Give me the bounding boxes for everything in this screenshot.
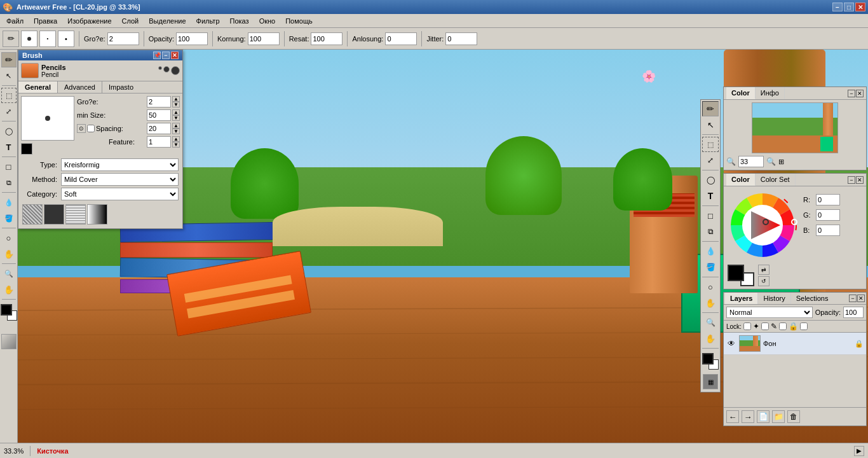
layer-opacity-input[interactable] [843,307,864,318]
rt-crop-btn[interactable]: ⧉ [702,224,719,239]
resat-input[interactable] [311,32,342,45]
grosse-setting-input[interactable] [147,96,171,108]
feature-up-btn[interactable]: ▲ [172,136,180,142]
lock-move-check[interactable] [761,323,769,330]
lock-draw-check[interactable] [779,323,787,330]
layers-close-btn[interactable]: ✕ [857,295,865,302]
brush-swatch-black[interactable] [21,143,32,155]
spacing-input[interactable] [147,123,171,134]
smudge-tool[interactable]: ✋ [1,246,17,261]
general-tab[interactable]: General [18,81,58,93]
layers-tab[interactable]: Layers [725,293,758,304]
category-select[interactable]: Soft Hard Medium [61,188,179,200]
transform-tool[interactable]: ⤢ [1,104,17,119]
rt-select-btn[interactable]: ↖ [702,117,719,132]
rect-select-tool[interactable]: □ [1,159,17,174]
spacing-clock-btn[interactable]: ⊙ [77,124,86,133]
menu-file[interactable]: Файл [1,16,29,26]
rt-text-btn[interactable]: T [702,188,719,204]
spacing-check[interactable] [87,125,95,132]
texture-swatch-1[interactable] [22,204,43,225]
dot-s[interactable] [158,66,162,70]
color-minimize-btn[interactable]: − [848,176,855,184]
history-tab[interactable]: History [758,293,790,304]
method-select[interactable]: Mild Cover Hard Cover Soft [61,173,179,186]
menu-help[interactable]: Помощь [280,16,318,26]
minsize-up-btn[interactable]: ▲ [172,109,180,115]
zoom-out-icon[interactable]: 🔍 [766,157,776,166]
brush-minimize-btn[interactable]: − [162,52,170,59]
rt-transform-btn[interactable]: ⤢ [702,153,719,168]
delete-layer-btn[interactable]: 🗑 [787,410,800,423]
preview-minimize-btn[interactable]: − [848,90,855,97]
hand-tool[interactable]: ✋ [1,282,17,297]
marquee-tool[interactable]: ⬚ [1,88,17,103]
rt-lasso-btn[interactable]: ◯ [702,172,719,188]
colorset-tab[interactable]: Color Set [756,174,796,186]
dot-m[interactable] [163,66,170,73]
color-close-btn[interactable]: ✕ [856,176,864,184]
minsize-down-btn[interactable]: ▼ [172,115,180,121]
spacing-down-btn[interactable]: ▼ [172,128,180,134]
color-selector[interactable] [1,304,17,321]
r-input[interactable] [816,194,840,205]
grosse-up-btn[interactable]: ▲ [172,96,180,102]
rt-zoom-btn[interactable]: 🔍 [702,315,719,330]
add-layer-btn[interactable]: ← [726,410,739,423]
brush-tool[interactable]: ✏ [1,52,17,67]
texture-swatch-3[interactable] [65,204,86,225]
kornung-input[interactable] [248,32,280,45]
swap-colors-btn[interactable]: ⇄ [758,265,770,275]
brush-dot-medium[interactable]: • [58,31,74,47]
lock-transparency-check[interactable] [743,323,751,330]
blend-mode-select[interactable]: Normal Multiply Screen [726,307,813,318]
lock-all-check[interactable] [800,323,808,330]
texture-swatch-4[interactable] [87,204,107,225]
type-select[interactable]: Kreisformig Oval Square [61,158,179,171]
menu-filter[interactable]: Фильтр [191,16,225,26]
feature-down-btn[interactable]: ▼ [172,142,180,148]
brush-tool-icon[interactable]: ✏ [3,31,19,47]
layer-row[interactable]: 👁 Фон 🔒 [724,333,866,355]
menu-window[interactable]: Окно [254,16,281,26]
preview-tab[interactable]: Color [726,87,756,99]
dot-l[interactable] [171,66,180,75]
grosse-down-btn[interactable]: ▼ [172,102,180,108]
info-tab[interactable]: Инфо [756,87,785,99]
brush-pin-btn[interactable]: 📌 [153,52,161,59]
new-layer-btn[interactable]: 📄 [757,410,770,423]
zoom-fit-icon[interactable]: ⊞ [778,158,784,166]
text-tool[interactable]: T [1,139,17,155]
color-tab[interactable]: Color [726,174,756,186]
rt-color-selector[interactable] [702,353,719,370]
maximize-button[interactable]: □ [844,3,854,11]
preview-close-btn[interactable]: ✕ [856,90,864,97]
crop-tool[interactable]: ⧉ [1,175,17,190]
menu-edit[interactable]: Правка [29,16,62,26]
rt-rect-btn[interactable]: □ [702,208,719,223]
minsize-input[interactable] [147,109,171,121]
lasso-tool[interactable]: ◯ [1,123,17,139]
b-input[interactable] [816,225,840,236]
select-tool[interactable]: ↖ [1,68,17,83]
zoom-input[interactable] [738,156,764,167]
rt-marquee-btn[interactable]: ⬚ [702,137,719,152]
texture-swatch-2[interactable] [44,204,64,225]
g-input[interactable] [816,209,840,221]
rt-smudge-btn[interactable]: ✋ [702,295,719,310]
rt-texture-btn[interactable]: ▦ [703,374,718,389]
impasto-tab[interactable]: Impasto [102,81,140,93]
bucket-tool[interactable]: 🪣 [1,211,17,226]
menu-layer[interactable]: Слой [117,16,144,26]
brush-close-btn[interactable]: ✕ [171,52,179,59]
new-folder-btn[interactable]: 📁 [772,410,785,423]
dodge-tool[interactable]: ○ [1,230,17,246]
brush-style-preview[interactable] [21,31,37,47]
selections-tab[interactable]: Selections [791,293,834,304]
feature-input[interactable] [147,136,171,148]
spacing-up-btn[interactable]: ▲ [172,123,180,128]
rt-eyedropper-btn[interactable]: 💧 [702,244,719,259]
fg-swatch[interactable] [728,265,744,281]
advanced-tab[interactable]: Advanced [58,81,102,93]
status-arrow-btn[interactable]: ▶ [854,446,864,456]
